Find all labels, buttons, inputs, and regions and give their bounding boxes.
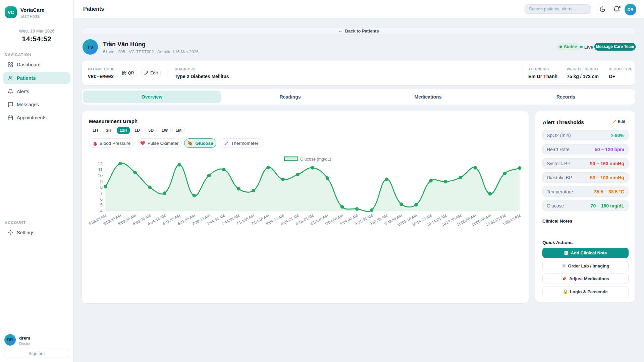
svg-text:7: 7 <box>100 191 103 196</box>
svg-text:5: 5 <box>100 202 103 207</box>
svg-text:12: 12 <box>98 161 103 166</box>
svg-text:11: 11 <box>98 167 103 172</box>
svg-text:6: 6 <box>100 197 103 202</box>
svg-text:4: 4 <box>100 208 103 214</box>
svg-text:10: 10 <box>98 173 103 178</box>
svg-text:9: 9 <box>100 179 103 184</box>
svg-text:Glucose (mg/dL): Glucose (mg/dL) <box>300 157 331 162</box>
svg-text:8: 8 <box>100 185 103 190</box>
